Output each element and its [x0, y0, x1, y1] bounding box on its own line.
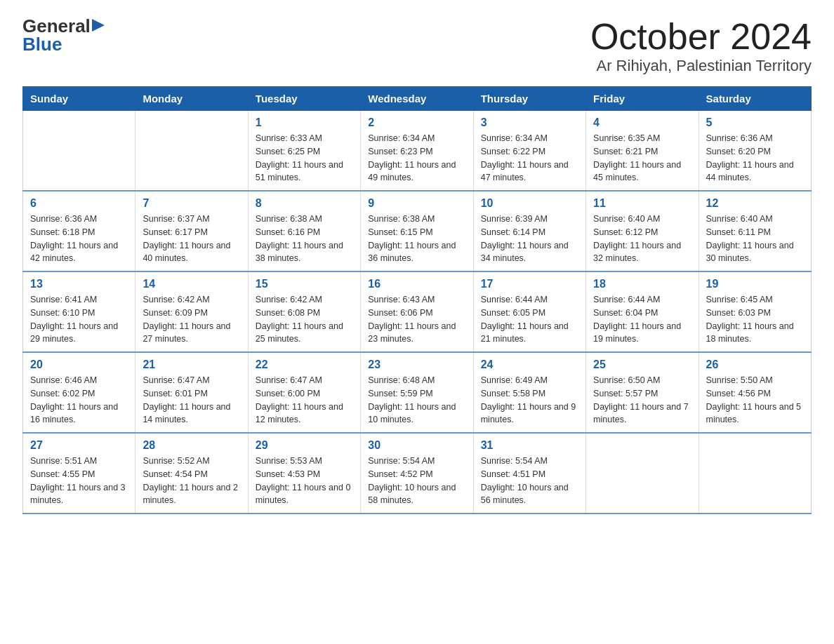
day-number-w5-d4: 30: [368, 439, 465, 452]
day-info-w4-d6: Sunrise: 6:50 AMSunset: 5:57 PMDaylight:…: [593, 374, 691, 427]
cell-w4-d2: 21Sunrise: 6:47 AMSunset: 6:01 PMDayligh…: [135, 352, 248, 433]
week-row-5: 27Sunrise: 5:51 AMSunset: 4:55 PMDayligh…: [23, 433, 812, 514]
day-number-w4-d2: 21: [143, 358, 240, 371]
cell-w3-d3: 15Sunrise: 6:42 AMSunset: 6:08 PMDayligh…: [248, 271, 360, 352]
cell-w5-d6: [586, 433, 699, 514]
day-info-w2-d4: Sunrise: 6:38 AMSunset: 6:15 PMDaylight:…: [368, 213, 465, 265]
day-info-w1-d4: Sunrise: 6:34 AMSunset: 6:23 PMDaylight:…: [368, 132, 465, 185]
cell-w1-d5: 3Sunrise: 6:34 AMSunset: 6:22 PMDaylight…: [473, 111, 585, 192]
day-number-w2-d5: 10: [481, 197, 578, 210]
day-number-w3-d3: 15: [256, 278, 353, 290]
day-number-w3-d1: 13: [30, 278, 128, 290]
cell-w1-d6: 4Sunrise: 6:35 AMSunset: 6:21 PMDaylight…: [586, 111, 699, 192]
day-number-w5-d2: 28: [143, 439, 240, 452]
calendar-header: Sunday Monday Tuesday Wednesday Thursday…: [23, 87, 812, 111]
day-info-w1-d3: Sunrise: 6:33 AMSunset: 6:25 PMDaylight:…: [256, 132, 353, 185]
day-info-w1-d5: Sunrise: 6:34 AMSunset: 6:22 PMDaylight:…: [481, 132, 578, 185]
day-info-w3-d7: Sunrise: 6:45 AMSunset: 6:03 PMDaylight:…: [706, 293, 804, 346]
day-info-w3-d2: Sunrise: 6:42 AMSunset: 6:09 PMDaylight:…: [143, 293, 240, 346]
day-number-w1-d7: 5: [706, 116, 804, 129]
day-info-w4-d5: Sunrise: 6:49 AMSunset: 5:58 PMDaylight:…: [481, 374, 578, 427]
day-info-w3-d5: Sunrise: 6:44 AMSunset: 6:05 PMDaylight:…: [481, 293, 578, 346]
cell-w4-d1: 20Sunrise: 6:46 AMSunset: 6:02 PMDayligh…: [23, 352, 135, 433]
cell-w5-d7: [699, 433, 811, 514]
cell-w2-d7: 12Sunrise: 6:40 AMSunset: 6:11 PMDayligh…: [699, 191, 811, 271]
logo-triangle-icon: [92, 19, 105, 32]
day-info-w2-d5: Sunrise: 6:39 AMSunset: 6:14 PMDaylight:…: [481, 213, 578, 265]
day-info-w3-d1: Sunrise: 6:41 AMSunset: 6:10 PMDaylight:…: [30, 293, 128, 346]
cell-w1-d7: 5Sunrise: 6:36 AMSunset: 6:20 PMDaylight…: [699, 111, 811, 192]
day-number-w2-d3: 8: [256, 197, 353, 210]
day-number-w1-d3: 1: [256, 116, 353, 129]
day-info-w5-d2: Sunrise: 5:52 AMSunset: 4:54 PMDaylight:…: [143, 455, 240, 507]
cell-w2-d6: 11Sunrise: 6:40 AMSunset: 6:12 PMDayligh…: [586, 191, 699, 271]
day-number-w4-d3: 22: [256, 358, 353, 371]
day-number-w4-d4: 23: [368, 358, 465, 371]
day-number-w4-d7: 26: [706, 358, 804, 371]
day-info-w4-d7: Sunrise: 5:50 AMSunset: 4:56 PMDaylight:…: [706, 374, 804, 427]
day-info-w5-d5: Sunrise: 5:54 AMSunset: 4:51 PMDaylight:…: [481, 455, 578, 507]
cell-w1-d4: 2Sunrise: 6:34 AMSunset: 6:23 PMDaylight…: [361, 111, 473, 192]
week-row-4: 20Sunrise: 6:46 AMSunset: 6:02 PMDayligh…: [23, 352, 812, 433]
header-sunday: Sunday: [23, 87, 135, 111]
day-number-w2-d4: 9: [368, 197, 465, 210]
day-info-w2-d1: Sunrise: 6:36 AMSunset: 6:18 PMDaylight:…: [30, 213, 128, 265]
day-number-w1-d5: 3: [481, 116, 578, 129]
cell-w3-d7: 19Sunrise: 6:45 AMSunset: 6:03 PMDayligh…: [699, 271, 811, 352]
day-number-w5-d5: 31: [481, 439, 578, 452]
title-block: October 2024 Ar Rihiyah, Palestinian Ter…: [590, 17, 812, 75]
logo: General Blue: [22, 17, 105, 53]
day-number-w3-d7: 19: [706, 278, 804, 290]
day-info-w2-d6: Sunrise: 6:40 AMSunset: 6:12 PMDaylight:…: [593, 213, 691, 265]
day-number-w2-d7: 12: [706, 197, 804, 210]
day-number-w4-d5: 24: [481, 358, 578, 371]
cell-w2-d4: 9Sunrise: 6:38 AMSunset: 6:15 PMDaylight…: [361, 191, 473, 271]
week-row-2: 6Sunrise: 6:36 AMSunset: 6:18 PMDaylight…: [23, 191, 812, 271]
header-wednesday: Wednesday: [361, 87, 473, 111]
calendar-table: Sunday Monday Tuesday Wednesday Thursday…: [22, 86, 812, 514]
day-number-w3-d2: 14: [143, 278, 240, 290]
cell-w3-d6: 18Sunrise: 6:44 AMSunset: 6:04 PMDayligh…: [586, 271, 699, 352]
day-info-w4-d1: Sunrise: 6:46 AMSunset: 6:02 PMDaylight:…: [30, 374, 128, 427]
cell-w2-d2: 7Sunrise: 6:37 AMSunset: 6:17 PMDaylight…: [135, 191, 248, 271]
cell-w3-d1: 13Sunrise: 6:41 AMSunset: 6:10 PMDayligh…: [23, 271, 135, 352]
day-number-w2-d2: 7: [143, 197, 240, 210]
day-number-w1-d4: 2: [368, 116, 465, 129]
week-row-3: 13Sunrise: 6:41 AMSunset: 6:10 PMDayligh…: [23, 271, 812, 352]
cell-w4-d4: 23Sunrise: 6:48 AMSunset: 5:59 PMDayligh…: [361, 352, 473, 433]
svg-marker-0: [92, 19, 105, 32]
header-row: Sunday Monday Tuesday Wednesday Thursday…: [23, 87, 812, 111]
day-info-w3-d3: Sunrise: 6:42 AMSunset: 6:08 PMDaylight:…: [256, 293, 353, 346]
day-info-w5-d4: Sunrise: 5:54 AMSunset: 4:52 PMDaylight:…: [368, 455, 465, 507]
day-info-w5-d3: Sunrise: 5:53 AMSunset: 4:53 PMDaylight:…: [256, 455, 353, 507]
cell-w5-d5: 31Sunrise: 5:54 AMSunset: 4:51 PMDayligh…: [473, 433, 585, 514]
day-info-w1-d6: Sunrise: 6:35 AMSunset: 6:21 PMDaylight:…: [593, 132, 691, 185]
cell-w4-d3: 22Sunrise: 6:47 AMSunset: 6:00 PMDayligh…: [248, 352, 360, 433]
day-number-w4-d6: 25: [593, 358, 691, 371]
day-info-w4-d4: Sunrise: 6:48 AMSunset: 5:59 PMDaylight:…: [368, 374, 465, 427]
cell-w4-d6: 25Sunrise: 6:50 AMSunset: 5:57 PMDayligh…: [586, 352, 699, 433]
day-number-w2-d6: 11: [593, 197, 691, 210]
cell-w2-d3: 8Sunrise: 6:38 AMSunset: 6:16 PMDaylight…: [248, 191, 360, 271]
header-monday: Monday: [135, 87, 248, 111]
day-info-w3-d6: Sunrise: 6:44 AMSunset: 6:04 PMDaylight:…: [593, 293, 691, 346]
logo-blue: Blue: [22, 35, 62, 53]
day-info-w2-d7: Sunrise: 6:40 AMSunset: 6:11 PMDaylight:…: [706, 213, 804, 265]
week-row-1: 1Sunrise: 6:33 AMSunset: 6:25 PMDaylight…: [23, 111, 812, 192]
cell-w2-d1: 6Sunrise: 6:36 AMSunset: 6:18 PMDaylight…: [23, 191, 135, 271]
day-number-w2-d1: 6: [30, 197, 128, 210]
day-number-w3-d6: 18: [593, 278, 691, 290]
day-info-w4-d3: Sunrise: 6:47 AMSunset: 6:00 PMDaylight:…: [256, 374, 353, 427]
day-info-w4-d2: Sunrise: 6:47 AMSunset: 6:01 PMDaylight:…: [143, 374, 240, 427]
cell-w3-d5: 17Sunrise: 6:44 AMSunset: 6:05 PMDayligh…: [473, 271, 585, 352]
header-friday: Friday: [586, 87, 699, 111]
cell-w1-d1: [23, 111, 135, 192]
logo-general: General: [22, 17, 91, 35]
cell-w5-d4: 30Sunrise: 5:54 AMSunset: 4:52 PMDayligh…: [361, 433, 473, 514]
header-tuesday: Tuesday: [248, 87, 360, 111]
day-number-w5-d3: 29: [256, 439, 353, 452]
day-info-w3-d4: Sunrise: 6:43 AMSunset: 6:06 PMDaylight:…: [368, 293, 465, 346]
cell-w5-d2: 28Sunrise: 5:52 AMSunset: 4:54 PMDayligh…: [135, 433, 248, 514]
cell-w1-d3: 1Sunrise: 6:33 AMSunset: 6:25 PMDaylight…: [248, 111, 360, 192]
cell-w4-d7: 26Sunrise: 5:50 AMSunset: 4:56 PMDayligh…: [699, 352, 811, 433]
